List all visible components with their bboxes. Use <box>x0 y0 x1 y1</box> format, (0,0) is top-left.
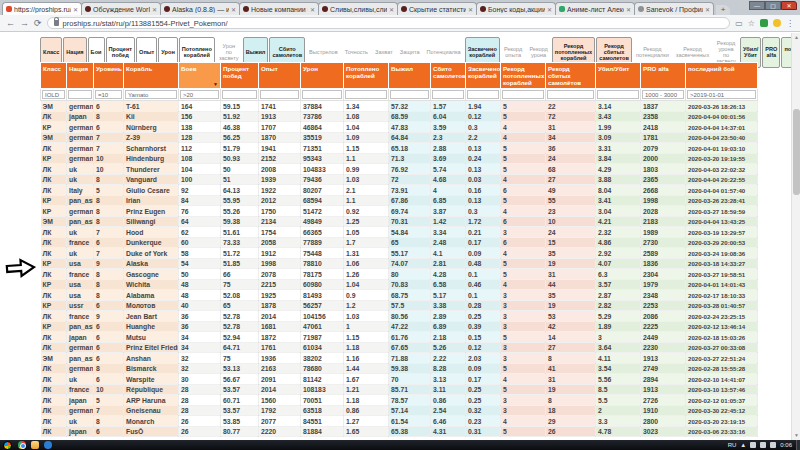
url-text[interactable]: proships.ru/stat/ru/p/113881554-Privet_P… <box>63 19 228 28</box>
browser-tab[interactable]: Alaska (0.8.8) — инструк✕ <box>160 2 240 15</box>
vertical-scrollbar[interactable]: ▲ ▼ <box>791 33 800 440</box>
column-filter-input[interactable] <box>222 90 257 99</box>
back-icon[interactable]: ← <box>6 18 15 28</box>
column-header[interactable]: Уровень <box>94 63 124 89</box>
ship-name-cell[interactable]: Bismarck <box>124 363 179 374</box>
column-header[interactable]: Урон <box>301 63 344 89</box>
ship-name-cell[interactable]: Hindenburg <box>124 153 179 164</box>
tab-close-icon[interactable]: ✕ <box>310 6 315 13</box>
column-header[interactable]: Процент побед <box>221 63 259 89</box>
ship-name-cell[interactable]: Thunderer <box>124 164 179 175</box>
browser-tab[interactable]: https://proships.ru/stat✕ <box>2 2 82 15</box>
tray-update-icon[interactable] <box>760 442 766 448</box>
clock[interactable]: 0:06 <box>780 442 792 448</box>
ship-name-cell[interactable]: Nürnberg <box>124 122 179 133</box>
column-filter-input[interactable] <box>502 90 544 99</box>
ship-name-cell[interactable]: Dunkerque <box>124 237 179 248</box>
tab-close-icon[interactable]: ✕ <box>626 6 631 13</box>
column-header[interactable]: Рекорд потопленных кораблей <box>501 63 546 89</box>
column-filter-input[interactable]: IOLD <box>42 90 65 99</box>
column-filter-input[interactable]: =10 <box>95 90 122 99</box>
menu-icon[interactable]: ⋮ <box>786 19 794 28</box>
tab-close-icon[interactable]: ✕ <box>389 6 394 13</box>
ship-name-cell[interactable]: République <box>124 384 179 395</box>
column-header[interactable]: Класс <box>41 63 67 89</box>
column-header[interactable]: Убил/Убит <box>596 63 641 89</box>
maximize-button[interactable]: ▢ <box>765 1 781 10</box>
ship-name-cell[interactable]: Siliwangi <box>124 216 179 227</box>
ship-name-cell[interactable]: Anshan <box>124 353 179 364</box>
ship-name-cell[interactable]: Duke of York <box>124 248 179 259</box>
tab-close-icon[interactable]: ✕ <box>468 6 473 13</box>
ship-name-cell[interactable]: Hood <box>124 227 179 238</box>
column-header[interactable]: PRO alfa <box>641 63 686 89</box>
ship-name-cell[interactable]: Irian <box>124 195 179 206</box>
new-tab-button[interactable]: + <box>716 5 730 15</box>
column-filter-input[interactable] <box>390 90 429 99</box>
ship-name-cell[interactable]: Prinz Eitel Friedrich <box>124 342 179 353</box>
cast-icon[interactable]: ▭ <box>735 19 743 28</box>
column-header[interactable]: Засвечено кораблей <box>466 63 501 89</box>
extension-icon-green[interactable] <box>760 19 768 27</box>
ship-name-cell[interactable]: Huanghe <box>124 321 179 332</box>
column-filter-input[interactable] <box>467 90 499 99</box>
address-bar[interactable]: proships.ru/stat/ru/p/113881554-Privet_P… <box>47 17 731 29</box>
column-filter-input[interactable] <box>345 90 387 99</box>
taskbar-folder-icon[interactable] <box>31 441 39 449</box>
scroll-down-icon[interactable]: ▼ <box>792 431 800 440</box>
browser-tab[interactable]: Новые компании и игр✕ <box>239 2 319 15</box>
language-indicator[interactable]: RU <box>728 442 737 448</box>
column-header[interactable]: Сбито самолетов <box>431 63 466 89</box>
scroll-up-icon[interactable]: ▲ <box>792 33 800 42</box>
tab-close-icon[interactable]: ✕ <box>547 6 552 13</box>
taskbar-chrome-icon[interactable] <box>18 441 26 449</box>
ship-name-cell[interactable]: Jean Bart <box>124 311 179 322</box>
forward-icon[interactable]: → <box>20 18 29 28</box>
scrollbar-thumb[interactable] <box>793 109 800 195</box>
ship-name-cell[interactable]: ARP Haruna <box>124 395 179 406</box>
browser-tab[interactable]: Сливы,сливы,сливы - С✕ <box>318 2 398 15</box>
browser-tab[interactable]: Аниме-лист Александ✕ <box>555 2 635 15</box>
column-filter-input[interactable] <box>260 90 299 99</box>
ship-name-cell[interactable]: Scharnhorst <box>124 143 179 154</box>
tray-expand-icon[interactable]: ▲ <box>740 442 746 448</box>
tab-close-icon[interactable]: ✕ <box>152 6 157 13</box>
tray-volume-icon[interactable] <box>770 442 776 448</box>
column-filter-input[interactable] <box>597 90 639 99</box>
ship-name-cell[interactable]: Kii <box>124 111 179 122</box>
column-header[interactable]: Рекорд сбитых самолётов <box>546 63 596 89</box>
ship-name-cell[interactable]: T-61 <box>124 101 179 112</box>
ship-name-cell[interactable]: Gascogne <box>124 269 179 280</box>
column-filter-input[interactable]: >2019-01-01 <box>687 90 756 99</box>
tab-close-icon[interactable]: ✕ <box>705 6 710 13</box>
column-header[interactable]: Корабль <box>124 63 179 89</box>
start-button[interactable] <box>3 441 12 450</box>
bookmark-star-icon[interactable]: ☆ <box>748 19 755 28</box>
tray-network-icon[interactable] <box>750 442 756 448</box>
minimize-button[interactable]: — <box>749 1 765 10</box>
tab-close-icon[interactable]: ✕ <box>231 6 236 13</box>
ship-name-cell[interactable]: FusŌ <box>124 426 179 437</box>
ship-name-cell[interactable]: Monarch <box>124 416 179 427</box>
filter-chip[interactable]: PRO alfa <box>762 37 780 68</box>
column-header[interactable]: Нация <box>67 63 94 89</box>
browser-tab[interactable]: Обсуждение World of W✕ <box>81 2 161 15</box>
ship-name-cell[interactable]: Wichita <box>124 279 179 290</box>
column-header[interactable]: Опыт <box>259 63 301 89</box>
browser-tab[interactable]: Скрытие статистики и✕ <box>397 2 477 15</box>
ship-name-cell[interactable]: Giulio Cesare <box>124 185 179 196</box>
browser-tab[interactable]: Sanevok / Профиль✕ <box>634 2 714 15</box>
column-filter-input[interactable] <box>302 90 342 99</box>
ship-name-cell[interactable]: Alabama <box>124 290 179 301</box>
ship-name-cell[interactable]: Vanguard <box>124 174 179 185</box>
ship-name-cell[interactable]: Prinz Eugen <box>124 206 179 217</box>
column-header[interactable]: Потоплено кораблей <box>344 63 389 89</box>
column-filter-input[interactable] <box>68 90 92 99</box>
column-filter-input[interactable]: 1000 - 3000 <box>642 90 684 99</box>
ship-name-cell[interactable]: Alaska <box>124 258 179 269</box>
column-filter-input[interactable]: Yamato <box>125 90 177 99</box>
browser-tab[interactable]: Бонус коды,акции,под✕ <box>476 2 556 15</box>
ship-name-cell[interactable]: Gneisenau <box>124 405 179 416</box>
taskbar-browser-icon[interactable] <box>44 441 52 449</box>
column-filter-input[interactable] <box>432 90 464 99</box>
